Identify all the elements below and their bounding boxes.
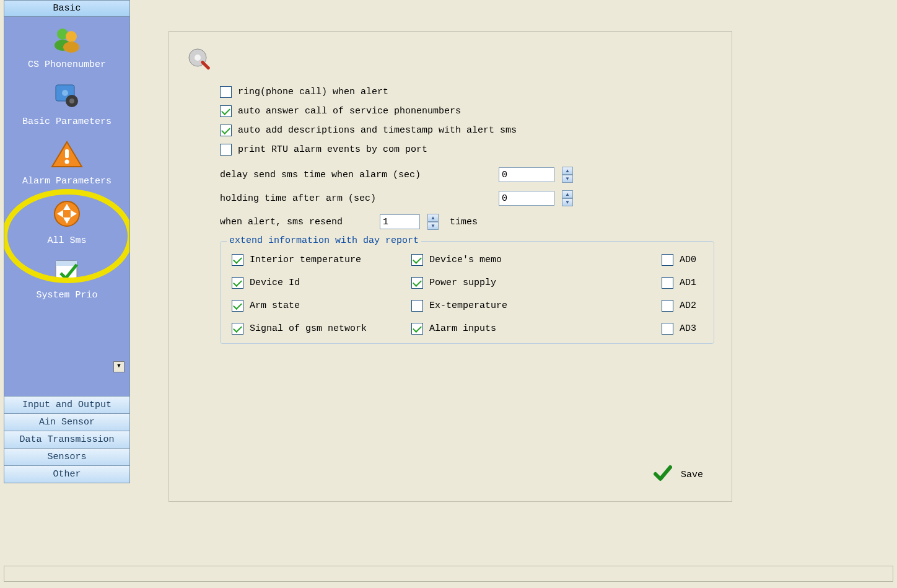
gear-photo-icon xyxy=(52,82,82,113)
group-extend-info: extend information with day report Inter… xyxy=(220,241,714,344)
checkbox-arm-state[interactable] xyxy=(232,300,243,312)
sidebar-item-label: System Prio xyxy=(4,290,129,301)
label-opt: AD1 xyxy=(680,278,696,288)
checkbox-print-rtu[interactable] xyxy=(220,144,232,156)
settings-tool-icon xyxy=(186,46,215,75)
checkbox-power-supply[interactable] xyxy=(411,277,423,289)
checkbox-ad2[interactable] xyxy=(662,300,673,312)
sidebar-tab-ain-sensor[interactable]: Ain Sensor xyxy=(4,414,129,431)
save-button[interactable]: Save xyxy=(654,465,703,485)
label-opt: AD3 xyxy=(680,323,696,334)
sidebar-scroll-down[interactable]: ▼ xyxy=(113,361,125,372)
sidebar: Basic CS Phonenumber xyxy=(4,0,130,483)
label-opt: Power supply xyxy=(429,278,496,288)
label-print-rtu: print RTU alarm events by com port xyxy=(238,144,427,155)
sidebar-tab-sensors[interactable]: Sensors xyxy=(4,449,129,466)
input-holding-time[interactable] xyxy=(499,191,554,206)
svg-rect-9 xyxy=(65,149,69,158)
check-icon xyxy=(654,465,672,485)
spinner-up[interactable]: ▲ xyxy=(427,214,439,222)
group-title: extend information with day report xyxy=(227,235,421,246)
sidebar-item-all-sms[interactable]: All Sms xyxy=(4,190,129,250)
label-auto-add-descriptions: auto add descriptions and timestamp with… xyxy=(238,125,517,136)
arrows-circle-icon xyxy=(52,199,82,232)
svg-point-5 xyxy=(62,90,68,96)
label-opt: AD0 xyxy=(680,255,696,265)
sidebar-item-alarm-parameters[interactable]: Alarm Parameters xyxy=(4,131,129,190)
sidebar-item-system-prio[interactable]: System Prio xyxy=(4,250,129,302)
svg-point-3 xyxy=(63,42,79,53)
input-delay-send[interactable] xyxy=(499,167,554,182)
status-bar xyxy=(4,566,893,582)
sidebar-item-label: Alarm Parameters xyxy=(4,176,129,186)
label-opt: AD2 xyxy=(680,301,696,311)
svg-point-10 xyxy=(65,160,69,164)
sidebar-item-label: Basic Parameters xyxy=(4,116,129,127)
input-resend-times[interactable] xyxy=(380,214,420,229)
sidebar-item-basic-parameters[interactable]: Basic Parameters xyxy=(4,74,129,131)
sidebar-category-tabs: Input and Output Ain Sensor Data Transmi… xyxy=(4,396,129,483)
label-delay-send: delay send sms time when alarm (sec) xyxy=(220,170,492,180)
svg-point-19 xyxy=(195,55,201,61)
label-opt: Interior temperature xyxy=(250,255,361,265)
svg-point-7 xyxy=(69,99,74,103)
users-icon xyxy=(52,25,82,56)
spinner-delay-send: ▲ ▼ xyxy=(562,167,573,183)
svg-point-1 xyxy=(66,31,77,42)
spinner-down[interactable]: ▼ xyxy=(427,222,439,230)
label-resend-suffix: times xyxy=(450,217,478,227)
checkbox-ad3[interactable] xyxy=(662,323,673,335)
checkbox-interior-temp[interactable] xyxy=(232,254,243,266)
checkbox-ad1[interactable] xyxy=(662,277,673,289)
spinner-down[interactable]: ▼ xyxy=(562,198,573,206)
sidebar-tab-other[interactable]: Other xyxy=(4,466,129,483)
checkbox-alarm-inputs[interactable] xyxy=(411,323,423,335)
checkbox-ex-temperature[interactable] xyxy=(411,300,423,312)
checkbox-auto-add-descriptions[interactable] xyxy=(220,125,232,136)
spinner-holding-time: ▲ ▼ xyxy=(562,190,573,206)
calendar-check-icon xyxy=(52,258,82,286)
checkbox-auto-answer[interactable] xyxy=(220,105,232,117)
label-opt: Ex-temperature xyxy=(429,301,507,311)
spinner-up[interactable]: ▲ xyxy=(562,167,573,175)
spinner-resend: ▲ ▼ xyxy=(427,214,439,230)
checkbox-signal-gsm[interactable] xyxy=(232,323,243,335)
sidebar-item-cs-phonenumber[interactable]: CS Phonenumber xyxy=(4,17,129,74)
checkbox-ring-when-alert[interactable] xyxy=(220,86,232,98)
checkbox-ad0[interactable] xyxy=(662,254,673,266)
checkbox-device-id[interactable] xyxy=(232,277,243,289)
label-opt: Alarm inputs xyxy=(429,323,496,334)
sidebar-item-label: All Sms xyxy=(4,235,129,246)
label-opt: Arm state xyxy=(250,301,300,311)
svg-rect-17 xyxy=(56,261,77,266)
sidebar-item-label: CS Phonenumber xyxy=(4,59,129,70)
save-label: Save xyxy=(681,470,703,480)
label-opt: Signal of gsm network xyxy=(250,323,367,334)
main-panel: ring(phone call) when alert auto answer … xyxy=(168,31,732,502)
warning-triangle-icon xyxy=(50,139,84,172)
spinner-down[interactable]: ▼ xyxy=(562,175,573,183)
label-auto-answer: auto answer call of service phonenumbers xyxy=(238,106,461,116)
sidebar-tab-input-output[interactable]: Input and Output xyxy=(4,397,129,414)
label-opt: Device's memo xyxy=(429,255,502,265)
checkbox-device-memo[interactable] xyxy=(411,254,423,266)
sidebar-body: CS Phonenumber Basic Parameters xyxy=(4,17,129,396)
label-ring-when-alert: ring(phone call) when alert xyxy=(238,87,388,97)
alarm-options-form: ring(phone call) when alert auto answer … xyxy=(220,86,714,344)
label-opt: Device Id xyxy=(250,278,300,288)
sidebar-header-basic[interactable]: Basic xyxy=(4,1,129,17)
spinner-up[interactable]: ▲ xyxy=(562,190,573,198)
sidebar-tab-data-transmission[interactable]: Data Transmission xyxy=(4,431,129,449)
label-holding-time: holding time after arm (sec) xyxy=(220,193,492,204)
label-resend-prefix: when alert, sms resend xyxy=(220,217,343,227)
